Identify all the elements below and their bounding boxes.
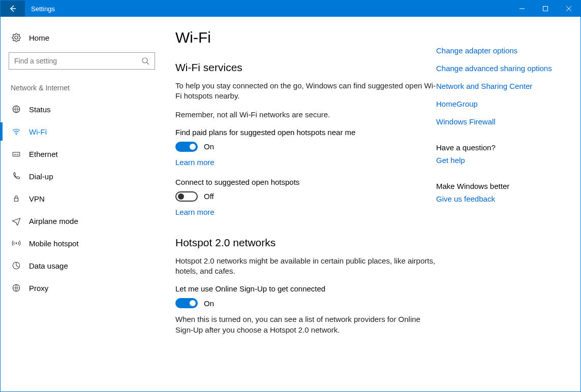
search-input[interactable] <box>14 57 141 65</box>
back-button[interactable] <box>1 1 25 17</box>
arrow-left-icon <box>9 5 17 13</box>
sidebar-item-label: Mobile hotspot <box>29 239 79 248</box>
phone-icon <box>11 172 22 181</box>
better-heading: Make Windows better <box>436 182 568 190</box>
search-box[interactable] <box>9 52 155 70</box>
main-content: Wi-Fi Wi-Fi services To help you stay co… <box>175 29 436 391</box>
sidebar-item-ethernet[interactable]: Ethernet <box>9 143 155 165</box>
link-change-adapter[interactable]: Change adapter options <box>436 46 568 55</box>
svg-rect-1 <box>543 7 548 11</box>
online-signup-toggle[interactable] <box>175 298 198 308</box>
wifi-services-intro: To help you stay connected on the go, Wi… <box>175 81 436 102</box>
paid-plans-state: On <box>204 142 214 151</box>
svg-rect-9 <box>14 198 18 201</box>
hotspot2-footer: When this is turned on, you can see a li… <box>175 314 436 335</box>
paid-plans-learn-more-link[interactable]: Learn more <box>175 158 436 167</box>
sidebar-item-label: VPN <box>29 194 45 203</box>
ethernet-icon <box>11 149 22 158</box>
search-icon <box>141 57 149 65</box>
connect-suggested-learn-more-link[interactable]: Learn more <box>175 208 436 216</box>
connect-suggested-state: Off <box>204 192 214 201</box>
status-icon <box>11 105 22 114</box>
home-button[interactable]: Home <box>9 29 155 46</box>
online-signup-label: Let me use Online Sign-Up to get connect… <box>175 284 436 293</box>
sidebar-item-proxy[interactable]: Proxy <box>9 277 155 299</box>
sidebar-item-label: Status <box>29 105 51 114</box>
home-label: Home <box>29 34 49 42</box>
vpn-icon <box>11 194 22 203</box>
question-heading: Have a question? <box>436 143 568 152</box>
sidebar-item-hotspot[interactable]: Mobile hotspot <box>9 232 155 254</box>
link-homegroup[interactable]: HomeGroup <box>436 100 568 108</box>
section-hotspot2-heading: Hotspot 2.0 networks <box>175 237 436 249</box>
related-links: Change adapter options Change advanced s… <box>436 29 568 391</box>
sidebar-item-label: Dial-up <box>29 172 53 181</box>
window-controls <box>510 1 580 17</box>
sidebar-item-dialup[interactable]: Dial-up <box>9 165 155 187</box>
wifi-icon <box>11 127 22 136</box>
proxy-icon <box>11 283 22 292</box>
link-get-help[interactable]: Get help <box>436 156 568 165</box>
airplane-icon <box>11 216 22 225</box>
minimize-button[interactable] <box>510 1 534 17</box>
page-title: Wi-Fi <box>175 29 436 46</box>
section-wifi-services-heading: Wi-Fi services <box>175 61 436 74</box>
paid-plans-toggle[interactable] <box>175 142 198 152</box>
sidebar-item-label: Wi-Fi <box>29 127 47 136</box>
sidebar-item-airplane[interactable]: Airplane mode <box>9 210 155 232</box>
titlebar: Settings <box>1 1 580 17</box>
link-network-sharing-center[interactable]: Network and Sharing Center <box>436 82 568 90</box>
svg-point-7 <box>16 134 17 135</box>
paid-plans-label: Find paid plans for suggested open hotsp… <box>175 128 436 137</box>
online-signup-state: On <box>204 299 214 308</box>
connect-suggested-toggle[interactable] <box>175 191 198 202</box>
sidebar-item-vpn[interactable]: VPN <box>9 187 155 210</box>
sidebar-item-status[interactable]: Status <box>9 98 155 120</box>
link-advanced-sharing[interactable]: Change advanced sharing options <box>436 64 568 73</box>
svg-point-4 <box>142 58 147 63</box>
window-title: Settings <box>25 5 510 13</box>
sidebar: Home Network & Internet Status Wi-Fi Eth… <box>1 17 163 391</box>
svg-line-5 <box>147 62 149 64</box>
sidebar-item-label: Data usage <box>29 262 68 270</box>
sidebar-item-datausage[interactable]: Data usage <box>9 254 155 277</box>
svg-rect-8 <box>13 152 20 156</box>
sidebar-item-label: Ethernet <box>29 150 58 158</box>
maximize-button[interactable] <box>534 1 557 17</box>
data-icon <box>11 261 22 270</box>
gear-icon <box>11 33 22 42</box>
sidebar-item-label: Proxy <box>29 284 48 292</box>
link-feedback[interactable]: Give us feedback <box>436 194 568 203</box>
wifi-services-note: Remember, not all Wi-Fi networks are sec… <box>175 110 436 120</box>
connect-suggested-label: Connect to suggested open hotspots <box>175 178 436 186</box>
hotspot2-intro: Hotspot 2.0 networks might be available … <box>175 256 436 277</box>
sidebar-item-label: Airplane mode <box>29 217 78 225</box>
category-label: Network & Internet <box>9 84 155 92</box>
sidebar-item-wifi[interactable]: Wi-Fi <box>9 120 155 143</box>
hotspot-icon <box>11 239 22 248</box>
svg-point-10 <box>16 243 17 244</box>
link-windows-firewall[interactable]: Windows Firewall <box>436 117 568 126</box>
close-button[interactable] <box>557 1 580 17</box>
